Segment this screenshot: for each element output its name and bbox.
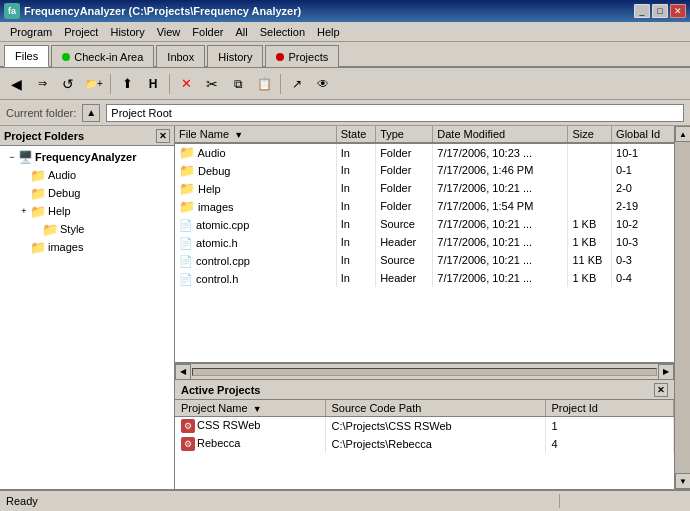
separator-3 bbox=[280, 74, 281, 94]
projects-dot bbox=[276, 53, 284, 61]
tree-item-audio[interactable]: 📁 Audio bbox=[2, 166, 172, 184]
menu-history[interactable]: History bbox=[104, 24, 150, 40]
active-projects-panel: Active Projects ✕ Project Name ▼ Source … bbox=[175, 379, 674, 489]
active-projects-table-wrapper: Project Name ▼ Source Code Path Project … bbox=[175, 400, 674, 489]
cell-size bbox=[568, 143, 612, 161]
menu-all[interactable]: All bbox=[230, 24, 254, 40]
cell-size bbox=[568, 197, 612, 215]
tree-label-debug: Debug bbox=[48, 187, 80, 199]
window-controls[interactable]: _ □ ✕ bbox=[634, 4, 686, 18]
menu-folder[interactable]: Folder bbox=[186, 24, 229, 40]
scroll-right-button[interactable]: ▶ bbox=[658, 364, 674, 380]
expander-frequencyanalyzer[interactable]: − bbox=[6, 152, 18, 162]
tree-item-images[interactable]: 📁 images bbox=[2, 238, 172, 256]
col-state[interactable]: State bbox=[336, 126, 376, 143]
table-row[interactable]: 📁 Debug In Folder 7/17/2006, 1:46 PM 0-1 bbox=[175, 161, 674, 179]
file-table: File Name ▼ State Type Date Modified Siz… bbox=[175, 126, 674, 363]
project-folders-header: Project Folders ✕ bbox=[0, 126, 174, 146]
cell-size: 1 KB bbox=[568, 269, 612, 287]
menu-program[interactable]: Program bbox=[4, 24, 58, 40]
cell-name: 📁 Audio bbox=[175, 143, 336, 161]
forward-button[interactable]: ⇒ bbox=[30, 72, 54, 96]
tab-history[interactable]: History bbox=[207, 45, 263, 67]
cell-name: 📁 Debug bbox=[175, 161, 336, 179]
menu-project[interactable]: Project bbox=[58, 24, 104, 40]
table-row[interactable]: 📁 images In Folder 7/17/2006, 1:54 PM 2-… bbox=[175, 197, 674, 215]
ap-col-path[interactable]: Source Code Path bbox=[325, 400, 545, 417]
scroll-track[interactable] bbox=[192, 368, 657, 376]
copy-button[interactable]: ⧉ bbox=[226, 72, 250, 96]
address-input[interactable] bbox=[106, 104, 684, 122]
address-bar: Current folder: ▲ bbox=[0, 100, 690, 126]
cell-modified: 7/17/2006, 10:21 ... bbox=[433, 251, 568, 269]
tab-inbox[interactable]: Inbox bbox=[156, 45, 205, 67]
ap-table-row[interactable]: ⚙Rebecca C:\Projects\Rebecca 4 bbox=[175, 435, 674, 453]
vertical-scrollbar[interactable]: ▲ ▼ bbox=[674, 126, 690, 489]
tab-checkin-area[interactable]: Check-in Area bbox=[51, 45, 154, 67]
scroll-down-button[interactable]: ▼ bbox=[675, 473, 690, 489]
tree-item-style[interactable]: 📁 Style bbox=[2, 220, 172, 238]
table-row[interactable]: 📁 Audio In Folder 7/17/2006, 10:23 ... 1… bbox=[175, 143, 674, 161]
scroll-track-v[interactable] bbox=[675, 142, 690, 473]
col-modified[interactable]: Date Modified bbox=[433, 126, 568, 143]
close-button[interactable]: ✕ bbox=[670, 4, 686, 18]
back-button[interactable]: ◀ bbox=[4, 72, 28, 96]
scroll-up-button[interactable]: ▲ bbox=[675, 126, 690, 142]
checkin-button[interactable]: ⬆ bbox=[115, 72, 139, 96]
tab-files[interactable]: Files bbox=[4, 45, 49, 67]
tree-item-help[interactable]: + 📁 Help bbox=[2, 202, 172, 220]
ap-col-id[interactable]: Project Id bbox=[545, 400, 674, 417]
menu-bar: Program Project History View Folder All … bbox=[0, 22, 690, 42]
new-folder-button[interactable]: 📁+ bbox=[82, 72, 106, 96]
ap-cell-name: ⚙Rebecca bbox=[175, 435, 325, 453]
main-area: Project Folders ✕ − 🖥️ FrequencyAnalyzer… bbox=[0, 126, 690, 489]
export-button[interactable]: ↗ bbox=[285, 72, 309, 96]
ap-table-row[interactable]: ⚙CSS RSWeb C:\Projects\CSS RSWeb 1 bbox=[175, 417, 674, 436]
table-row[interactable]: 📄 atomic.h In Header 7/17/2006, 10:21 ..… bbox=[175, 233, 674, 251]
close-active-projects-button[interactable]: ✕ bbox=[654, 383, 668, 397]
maximize-button[interactable]: □ bbox=[652, 4, 668, 18]
tree-item-debug[interactable]: 📁 Debug bbox=[2, 184, 172, 202]
up-button[interactable]: ▲ bbox=[82, 104, 100, 122]
delete-button[interactable]: ✕ bbox=[174, 72, 198, 96]
app-icon: fa bbox=[4, 3, 20, 19]
minimize-button[interactable]: _ bbox=[634, 4, 650, 18]
close-left-panel-button[interactable]: ✕ bbox=[156, 129, 170, 143]
cell-state: In bbox=[336, 161, 376, 179]
status-bar: Ready bbox=[0, 489, 690, 511]
horizontal-scrollbar[interactable]: ◀ ▶ bbox=[175, 363, 674, 379]
cell-state: In bbox=[336, 143, 376, 161]
ap-cell-path: C:\Projects\Rebecca bbox=[325, 435, 545, 453]
tree-label-style: Style bbox=[60, 223, 84, 235]
cell-state: In bbox=[336, 197, 376, 215]
current-folder-label: Current folder: bbox=[6, 107, 76, 119]
table-row[interactable]: 📁 Help In Folder 7/17/2006, 10:21 ... 2-… bbox=[175, 179, 674, 197]
paste-button[interactable]: 📋 bbox=[252, 72, 276, 96]
col-size[interactable]: Size bbox=[568, 126, 612, 143]
menu-selection[interactable]: Selection bbox=[254, 24, 311, 40]
col-type[interactable]: Type bbox=[376, 126, 433, 143]
checkin-all-button[interactable]: H bbox=[141, 72, 165, 96]
tree-label-images: images bbox=[48, 241, 83, 253]
tab-checkin-label: Check-in Area bbox=[74, 51, 143, 63]
window-title: FrequencyAnalyzer (C:\Projects\Frequency… bbox=[24, 5, 301, 17]
scroll-left-button[interactable]: ◀ bbox=[175, 364, 191, 380]
table-row[interactable]: 📄 atomic.cpp In Source 7/17/2006, 10:21 … bbox=[175, 215, 674, 233]
title-bar-left: fa FrequencyAnalyzer (C:\Projects\Freque… bbox=[4, 3, 301, 19]
col-globalid[interactable]: Global Id bbox=[612, 126, 674, 143]
menu-help[interactable]: Help bbox=[311, 24, 346, 40]
refresh-button[interactable]: ↺ bbox=[56, 72, 80, 96]
col-filename[interactable]: File Name ▼ bbox=[175, 126, 336, 143]
tab-bar: Files Check-in Area Inbox History Projec… bbox=[0, 42, 690, 68]
ap-col-name[interactable]: Project Name ▼ bbox=[175, 400, 325, 417]
tab-projects[interactable]: Projects bbox=[265, 45, 339, 67]
cell-type: Header bbox=[376, 233, 433, 251]
table-row[interactable]: 📄 control.h In Header 7/17/2006, 10:21 .… bbox=[175, 269, 674, 287]
tree-item-frequencyanalyzer[interactable]: − 🖥️ FrequencyAnalyzer bbox=[2, 148, 172, 166]
mask-button[interactable]: 👁 bbox=[311, 72, 335, 96]
cut-button[interactable]: ✂ bbox=[200, 72, 224, 96]
table-row[interactable]: 📄 control.cpp In Source 7/17/2006, 10:21… bbox=[175, 251, 674, 269]
menu-view[interactable]: View bbox=[151, 24, 187, 40]
expander-help[interactable]: + bbox=[18, 206, 30, 216]
cell-size bbox=[568, 179, 612, 197]
